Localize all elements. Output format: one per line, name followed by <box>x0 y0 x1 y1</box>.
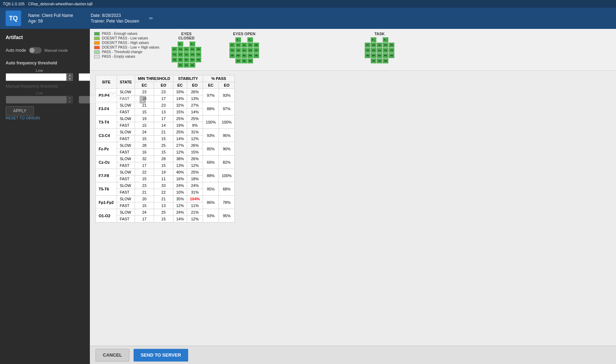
table-row: F7-F8 SLOW 22 19 40% 25% 88% 100% <box>96 169 235 176</box>
cell-stab-ec-fast: 12% <box>173 202 187 209</box>
cell-pass-ec: 86% <box>203 196 219 209</box>
legend-item-5: PASS - Empty values <box>94 55 165 58</box>
cell-site: O1-O2 <box>96 209 117 222</box>
cell-stab-ec-slow: 25% <box>173 129 187 136</box>
titlebar-version: TQ8-1.0.105 <box>3 2 25 6</box>
legend-item-1: DOESN'T PASS - Low values <box>94 36 165 40</box>
cell-stab-eo-fast: 31% <box>187 189 203 196</box>
edit-icon[interactable]: ✏ <box>149 15 153 21</box>
manual-low-col: Low 33 ▲ ▼ <box>6 91 73 103</box>
manual-high-up[interactable]: ▲ <box>140 96 146 100</box>
manual-freq-label: Manual frequency threshold ? <box>6 84 84 89</box>
col-min-threshold: MIN THRESHOLD <box>135 75 173 82</box>
help-icon[interactable]: ? <box>60 84 63 89</box>
auto-low-spinbtns: ▲ ▼ <box>67 73 73 81</box>
cell-site: Fz-Pz <box>96 142 117 156</box>
cell-state-fast: FAST <box>117 109 135 115</box>
ec-r5c2: O1 <box>178 63 183 68</box>
manual-threshold-row: Low 33 ▲ ▼ High 33 <box>6 91 84 103</box>
task-title: TASK <box>374 32 384 36</box>
cell-pass-ec: 95% <box>203 182 219 196</box>
cell-stab-eo-fast: 18% <box>187 176 203 182</box>
auto-low-input[interactable]: 33 <box>6 73 67 81</box>
auto-low-down[interactable]: ▼ <box>67 77 73 81</box>
ec-r3c3: Cz <box>184 52 189 57</box>
manual-high-spinner: 33 ▲ ▼ <box>79 96 146 103</box>
mode-row: Auto mode Manual mode <box>6 47 84 54</box>
manual-low-down[interactable]: ▼ <box>67 100 73 103</box>
cell-site: C3-C4 <box>96 129 117 142</box>
apply-button[interactable]: APPLY <box>6 106 34 115</box>
eyes-open-map: F... F... F7 F3 Fz F4 F8 T3 C3 <box>229 37 259 63</box>
cell-min-eo-fast: 15 <box>154 216 173 222</box>
auto-threshold-row: Low 33 ▲ ▼ High 33 ▲ <box>6 68 84 81</box>
cell-state-fast: FAST <box>117 162 135 169</box>
sidebar: Artifact Auto mode Manual mode Auto freq… <box>0 29 90 364</box>
ec-r4c4: P4 <box>190 57 195 62</box>
table-body: P3-P4 SLOW 23 23 33% 26% 97% 93% FAST 18… <box>96 89 235 222</box>
cell-stab-ec-slow: 38% <box>173 156 187 162</box>
reset-link[interactable]: RESET TO ORIGIN <box>6 116 40 120</box>
cell-state-slow: SLOW <box>117 142 135 149</box>
ec-r1c1 <box>172 42 177 46</box>
auto-low-col: Low 33 ▲ ▼ <box>6 68 73 81</box>
manual-low-input[interactable]: 33 <box>6 96 67 103</box>
ec-r2c2: F3 <box>178 47 183 52</box>
ec-r3c4: C4 <box>190 52 195 57</box>
cell-min-eo-fast: 13 <box>154 202 173 209</box>
cell-pass-ec: 93% <box>203 209 219 222</box>
cell-min-eo-fast: 15 <box>154 162 173 169</box>
send-to-server-button[interactable]: SEND TO SERVER <box>134 349 188 362</box>
cell-state-slow: SLOW <box>117 209 135 216</box>
cell-stab-ec-fast: 12% <box>173 149 187 156</box>
manual-high-col: High 33 ▲ ▼ <box>79 91 146 103</box>
manual-high-down[interactable]: ▼ <box>140 100 146 103</box>
cell-site: F3-F4 <box>96 102 117 115</box>
cell-min-ec-fast: 15 <box>135 202 154 209</box>
main: Artifact Auto mode Manual mode Auto freq… <box>0 29 616 364</box>
legend-swatch-2 <box>94 41 100 45</box>
cell-min-eo-slow: 23 <box>154 102 173 109</box>
cell-state-fast: FAST <box>117 136 135 142</box>
table-row: T3-T4 SLOW 19 17 25% 25% 100% 100% <box>96 115 235 122</box>
ec-r2c5: F8 <box>196 47 201 52</box>
auto-low-spinner: 33 ▲ ▼ <box>6 73 73 81</box>
content: PASS - Enough values DOESN'T PASS - Low … <box>90 29 616 364</box>
manual-low-label: Low <box>36 91 43 95</box>
cell-min-eo-fast: 22 <box>154 189 173 196</box>
header-date-value: 8/28/2023 <box>102 13 121 18</box>
top-section: PASS - Enough values DOESN'T PASS - Low … <box>90 29 616 71</box>
col-pass-ec: EC <box>203 82 219 89</box>
cell-min-eo-fast: 13 <box>154 109 173 115</box>
manual-threshold-section: Manual frequency threshold ? Low 33 ▲ ▼ <box>6 84 84 103</box>
manual-low-up[interactable]: ▲ <box>67 96 73 100</box>
ec-r1c2: F... <box>178 42 183 46</box>
header-date-trainer: Date: 8/28/2023 Trainer: Pete Van Deusen <box>91 13 139 24</box>
cancel-button[interactable]: CANCEL <box>96 349 129 362</box>
eyes-closed-map: F... F... F7 F3 Fz F4 F8 <box>172 42 201 68</box>
ec-r5c1 <box>172 63 177 68</box>
legend-text-5: PASS - Empty values <box>102 55 135 58</box>
cell-pass-eo: 78% <box>219 196 235 209</box>
manual-high-input[interactable]: 33 <box>79 96 140 103</box>
cell-min-eo-fast: 15 <box>154 149 173 156</box>
cell-site: F7-F8 <box>96 169 117 182</box>
legend-swatch-0 <box>94 32 100 36</box>
cell-state-fast: FAST <box>117 202 135 209</box>
header-name: Name: Client Full Name <box>28 13 73 18</box>
artifact-title: Artifact <box>6 34 84 40</box>
auto-mode-toggle[interactable] <box>29 47 42 54</box>
col-pct-pass: % PASS <box>203 75 235 82</box>
freq-threshold-title: Auto frequency threshold <box>6 61 84 65</box>
cell-stab-ec-slow: 33% <box>173 89 187 95</box>
legend-swatch-3 <box>94 46 100 49</box>
cell-stab-ec-slow: 32% <box>173 102 187 109</box>
auto-mode-label: Auto mode <box>6 48 26 53</box>
auto-low-up[interactable]: ▲ <box>67 73 73 77</box>
header-age-label: Age: <box>28 19 37 24</box>
ec-r3c5: T4 <box>196 52 201 57</box>
header-trainer-value: Pete Van Deusen <box>106 19 139 24</box>
ec-r1c4: F... <box>190 42 195 46</box>
header-age: Age: 58 <box>28 19 73 24</box>
cell-stab-eo-slow: 21% <box>187 209 203 216</box>
